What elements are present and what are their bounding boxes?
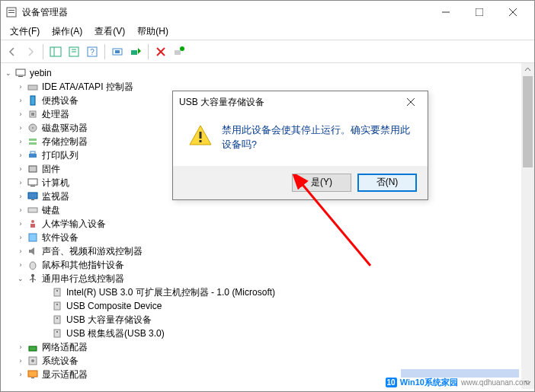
- tree-item-label: USB Composite Device: [66, 301, 162, 311]
- disk-icon: [27, 122, 39, 134]
- confirm-disable-dialog: USB 大容量存储设备 禁用此设备会使其停止运行。确实要禁用此设备吗? 是(Y)…: [172, 91, 428, 200]
- svg-text:?: ?: [90, 48, 95, 56]
- svg-rect-35: [30, 186, 35, 186]
- uninstall-button[interactable]: [152, 43, 169, 60]
- svg-rect-34: [28, 179, 37, 185]
- tree-item[interactable]: ›网络适配器: [2, 340, 520, 354]
- dialog-close-button[interactable]: [400, 93, 421, 111]
- expand-icon[interactable]: ›: [16, 82, 25, 91]
- expand-icon[interactable]: ›: [16, 356, 25, 365]
- expand-icon[interactable]: ›: [16, 206, 25, 215]
- tree-item[interactable]: ›鼠标和其他指针设备: [2, 258, 520, 272]
- expand-icon[interactable]: ›: [16, 110, 25, 119]
- svg-rect-36: [28, 193, 37, 199]
- maximize-button[interactable]: [463, 2, 496, 23]
- expand-icon[interactable]: ⌄: [16, 274, 25, 283]
- scrollbar-thumb[interactable]: [523, 76, 533, 167]
- storage-icon: [27, 135, 39, 148]
- expand-icon[interactable]: ›: [16, 137, 25, 146]
- tree-item-label: 软件设备: [42, 231, 78, 244]
- menu-view[interactable]: 查看(V): [88, 24, 131, 40]
- svg-point-20: [180, 46, 184, 51]
- tree-item[interactable]: ›人体学输入设备: [2, 217, 520, 231]
- scan-button[interactable]: [109, 43, 126, 60]
- svg-rect-26: [31, 113, 34, 116]
- close-button[interactable]: [496, 2, 530, 23]
- expand-icon[interactable]: ›: [16, 260, 25, 269]
- no-button[interactable]: 否(N): [357, 174, 417, 192]
- svg-point-57: [31, 359, 34, 362]
- watermark: 10 Win10系统家园 www.qdhuanan.com: [386, 377, 530, 388]
- add-button[interactable]: [127, 43, 144, 60]
- tree-item-label: 声音、视频和游戏控制器: [42, 245, 143, 258]
- expand-icon[interactable]: ›: [16, 192, 25, 201]
- help-button[interactable]: ?: [84, 43, 101, 60]
- svg-rect-47: [54, 288, 60, 296]
- tree-child-item[interactable]: USB 根集线器(USB 3.0): [2, 327, 520, 340]
- expand-icon[interactable]: ›: [16, 151, 25, 160]
- tree-child-item[interactable]: USB 大容量存储设备: [2, 313, 520, 327]
- show-hide-tree-button[interactable]: [47, 43, 64, 60]
- menu-file[interactable]: 文件(F): [4, 24, 46, 40]
- svg-rect-53: [54, 330, 60, 337]
- tree-item-label: 人体学输入设备: [42, 218, 106, 231]
- menu-action[interactable]: 操作(A): [46, 24, 88, 40]
- expand-icon[interactable]: ›: [16, 247, 25, 256]
- expand-icon[interactable]: ›: [16, 233, 25, 242]
- properties-button[interactable]: [66, 43, 82, 60]
- enable-button[interactable]: [171, 43, 187, 60]
- yes-button[interactable]: 是(Y): [292, 174, 351, 192]
- expand-icon[interactable]: ›: [16, 178, 25, 187]
- expand-icon[interactable]: ›: [16, 123, 25, 132]
- tree-item[interactable]: ›键盘: [2, 203, 520, 217]
- svg-point-28: [32, 127, 34, 129]
- tree-item[interactable]: ›声音、视频和游戏控制器: [2, 244, 520, 258]
- scroll-up-button[interactable]: [521, 63, 534, 76]
- tree-item-label: 监视器: [42, 190, 69, 203]
- back-button[interactable]: [4, 43, 21, 60]
- usb-device-icon: [51, 286, 63, 298]
- tree-item[interactable]: ⌄通用串行总线控制器: [2, 272, 520, 285]
- software-icon: [27, 231, 39, 244]
- tree-root-label: yebin: [30, 68, 52, 78]
- tree-item-label: 鼠标和其他指针设备: [42, 259, 124, 272]
- svg-rect-1: [8, 10, 14, 11]
- watermark-badge: 10: [386, 378, 397, 387]
- expand-icon[interactable]: ›: [16, 219, 25, 228]
- expand-icon[interactable]: ⌄: [4, 69, 13, 78]
- svg-rect-55: [29, 346, 37, 351]
- svg-point-48: [56, 290, 58, 292]
- expand-icon[interactable]: ›: [16, 370, 25, 379]
- tree-item-label: 固件: [42, 163, 60, 176]
- tree-item-label: 网络适配器: [42, 341, 88, 354]
- tree-item-label: 系统设备: [42, 355, 78, 368]
- forward-button[interactable]: [22, 43, 39, 60]
- vertical-scrollbar[interactable]: [521, 63, 534, 389]
- tree-item-label: 处理器: [42, 108, 69, 121]
- svg-rect-62: [200, 132, 202, 139]
- tree-root[interactable]: ⌄ yebin: [2, 66, 520, 80]
- tree-child-item[interactable]: USB Composite Device: [2, 299, 520, 313]
- expand-icon[interactable]: ›: [16, 164, 25, 174]
- tree-item[interactable]: ›软件设备: [2, 231, 520, 244]
- watermark-text: Win10系统家园: [400, 377, 458, 388]
- expand-icon[interactable]: ›: [16, 96, 25, 105]
- svg-rect-59: [31, 378, 34, 378]
- usb-device-icon: [51, 327, 63, 339]
- tree-child-item[interactable]: Intel(R) USB 3.0 可扩展主机控制器 - 1.0 (Microso…: [2, 285, 520, 299]
- computer-icon: [27, 177, 39, 189]
- tree-item-label: USB 大容量存储设备: [66, 314, 152, 327]
- svg-rect-63: [200, 140, 202, 142]
- minimize-button[interactable]: [429, 2, 463, 23]
- expand-icon[interactable]: ›: [16, 343, 25, 352]
- svg-rect-29: [29, 139, 37, 141]
- tree-item[interactable]: ›系统设备: [2, 354, 520, 368]
- tree-item-label: Intel(R) USB 3.0 可扩展主机控制器 - 1.0 (Microso…: [66, 286, 275, 299]
- svg-point-54: [56, 331, 58, 333]
- dialog-message: 禁用此设备会使其停止运行。确实要禁用此设备吗?: [222, 123, 412, 152]
- warning-icon: [188, 123, 213, 148]
- tree-item-label: 显示适配器: [42, 368, 88, 381]
- svg-point-42: [30, 262, 36, 269]
- menu-help[interactable]: 帮助(H): [131, 24, 175, 40]
- svg-rect-58: [28, 371, 37, 377]
